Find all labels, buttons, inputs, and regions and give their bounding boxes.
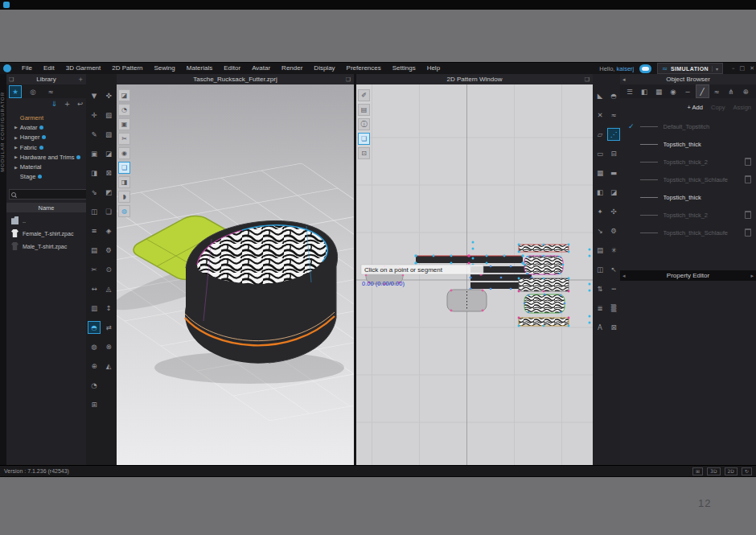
tool-pin-plus[interactable]: ✜ bbox=[103, 90, 114, 101]
menu-3d-garment[interactable]: 3D Garment bbox=[60, 63, 107, 74]
viewport-3d-expand-icon[interactable]: ❏ bbox=[346, 76, 351, 83]
restore-button[interactable]: □ bbox=[740, 65, 746, 72]
tool-gear[interactable]: ⚙ bbox=[103, 245, 114, 256]
tool-layout[interactable]: ◫ bbox=[594, 264, 606, 275]
show-baseline-icon[interactable]: ❏ bbox=[359, 134, 369, 144]
tree-item-hanger[interactable]: ▶ Hanger bbox=[6, 133, 86, 142]
library-plus-icon[interactable]: + bbox=[78, 76, 83, 83]
topstitch-item[interactable]: ✓ Topstich_thick bbox=[620, 188, 756, 206]
info-icon[interactable] bbox=[39, 146, 43, 150]
ob-tab-puckering[interactable]: ≈ bbox=[711, 85, 723, 97]
property-editor-header[interactable]: ◂ Property Editor ▸ bbox=[620, 270, 756, 281]
show-seamlines-icon[interactable]: ✂ bbox=[119, 134, 129, 144]
assign-button[interactable]: Assign bbox=[733, 104, 751, 111]
tree-item-hardware-and-trims[interactable]: ▶ Hardware and Trims bbox=[6, 152, 86, 162]
side-vertical-tab[interactable]: MODULAR CONFIGURATOR bbox=[0, 74, 6, 465]
property-editor-right-arrow-icon[interactable]: ▸ bbox=[750, 273, 754, 279]
tool-burst[interactable]: ✳ bbox=[608, 245, 619, 256]
file-item-female-tshirt[interactable]: Female_T-shirt.zpac bbox=[6, 227, 86, 240]
property-editor-left-arrow-icon[interactable]: ◂ bbox=[622, 273, 626, 279]
tool-corner-dark[interactable]: ◪ bbox=[608, 187, 619, 198]
pattern-piece-strip[interactable] bbox=[414, 254, 524, 265]
library-tab-store[interactable]: ◎ bbox=[27, 86, 39, 97]
show-environment-icon[interactable]: ◍ bbox=[119, 206, 129, 216]
file-item-male-tshirt[interactable]: Male_T-shirt.zpac bbox=[6, 240, 86, 253]
tool-dart[interactable]: ◧ bbox=[594, 187, 606, 198]
show-textured-surface-icon[interactable]: ◪ bbox=[119, 90, 129, 101]
topstitch-item[interactable]: ✓ Topstich_thick_Schlaufe bbox=[620, 224, 756, 241]
show-garment-icon[interactable]: ▣ bbox=[119, 119, 129, 130]
trash-icon[interactable] bbox=[745, 211, 751, 219]
tool-bar[interactable]: ▬ bbox=[608, 167, 619, 179]
add-button[interactable]: + Add bbox=[688, 104, 703, 111]
library-expand-icon[interactable]: ❏ bbox=[9, 76, 14, 83]
tool-crossbox-2d[interactable]: ⊠ bbox=[608, 322, 619, 333]
trash-icon[interactable] bbox=[745, 228, 751, 237]
trash-icon[interactable] bbox=[745, 175, 751, 183]
tool-trace[interactable]: ↘ bbox=[594, 225, 606, 237]
tool-pose[interactable]: ◔ bbox=[88, 380, 100, 391]
menu-2d-pattern[interactable]: 2D Pattern bbox=[106, 63, 148, 74]
menu-sewing[interactable]: Sewing bbox=[149, 63, 181, 74]
topstitch-item[interactable]: ✓ Topstich_thick_2 bbox=[620, 153, 756, 171]
tool-avatar-circle[interactable]: ◍ bbox=[88, 341, 100, 352]
pattern-2d-tab[interactable]: 2D Pattern Window ❏ bbox=[356, 74, 593, 85]
tool-polygon[interactable]: ▱ bbox=[594, 129, 606, 140]
tool-drag[interactable]: ⇘ bbox=[88, 187, 100, 198]
tool-rectangle[interactable]: ▭ bbox=[594, 148, 606, 159]
tool-pages[interactable]: ❏ bbox=[103, 206, 114, 217]
pattern-piece-gray[interactable] bbox=[447, 290, 487, 312]
cloud-sync-icon[interactable] bbox=[639, 64, 651, 73]
library-download-icon[interactable]: ⇓ bbox=[50, 99, 59, 108]
tool-fit[interactable]: ◓ bbox=[88, 322, 100, 333]
simulation-dropdown-caret-icon[interactable]: ▾ bbox=[712, 66, 718, 72]
tool-disable[interactable]: ⊗ bbox=[103, 341, 114, 352]
tool-corner[interactable]: ◪ bbox=[103, 148, 114, 159]
ob-tab-fabric[interactable]: ◧ bbox=[639, 85, 651, 97]
info-icon[interactable] bbox=[42, 135, 46, 139]
tool-texture[interactable]: ▥ bbox=[88, 302, 100, 314]
tool-align[interactable]: ⇅ bbox=[594, 283, 606, 294]
menu-settings[interactable]: Settings bbox=[387, 63, 421, 74]
pattern-piece-zebra[interactable] bbox=[518, 278, 570, 293]
pattern-piece-zebra[interactable] bbox=[518, 244, 570, 253]
taskbar-app-icon[interactable] bbox=[3, 2, 10, 8]
file-item-up[interactable]: .. bbox=[6, 214, 86, 227]
tool-add[interactable]: ⊕ bbox=[88, 360, 100, 372]
tool-crossbox[interactable]: ⊠ bbox=[103, 167, 114, 179]
show-pattern-icon[interactable]: ▤ bbox=[359, 105, 369, 115]
tool-gear-2d[interactable]: ⚙ bbox=[608, 225, 619, 237]
view-2d-button[interactable]: 2D bbox=[725, 467, 738, 475]
tool-transform-pattern[interactable]: ◣ bbox=[594, 90, 606, 101]
menu-display[interactable]: Display bbox=[308, 63, 340, 74]
tool-window[interactable]: ◫ bbox=[88, 206, 100, 217]
menu-file[interactable]: File bbox=[16, 63, 38, 74]
tool-edit-topstitch[interactable]: ⋰ bbox=[608, 129, 619, 140]
tool-grid[interactable]: ▤ bbox=[88, 245, 100, 256]
show-avatar-mesh-icon[interactable]: ◉ bbox=[119, 148, 129, 158]
menu-edit[interactable]: Edit bbox=[38, 63, 60, 74]
tool-grid-pattern[interactable]: ▦ bbox=[594, 167, 606, 179]
trash-icon[interactable] bbox=[745, 158, 751, 166]
app-logo-icon[interactable] bbox=[3, 64, 11, 72]
show-info-icon[interactable]: ⓘ bbox=[359, 119, 369, 130]
show-pattern-icon[interactable]: ❏ bbox=[119, 163, 129, 173]
tool-half[interactable]: ◓ bbox=[608, 90, 619, 101]
topstitch-item[interactable]: ✓ Topstich_thick bbox=[620, 135, 756, 153]
layout-toggle-button[interactable]: ⊞ bbox=[692, 467, 703, 475]
tool-scissors[interactable]: ✂ bbox=[88, 264, 100, 275]
tool-shade[interactable]: ▒ bbox=[608, 302, 619, 314]
tool-arrow-up-left[interactable]: ↖ bbox=[608, 264, 619, 275]
tool-prism-b[interactable]: ◭ bbox=[103, 360, 114, 372]
tool-gem[interactable]: ◈ bbox=[103, 225, 114, 237]
tool-text[interactable]: A bbox=[594, 322, 606, 333]
close-button[interactable]: ✕ bbox=[750, 65, 754, 72]
tool-flower[interactable]: ✣ bbox=[608, 206, 619, 217]
ob-tab-button[interactable]: ◉ bbox=[668, 85, 680, 97]
tool-fold[interactable]: ◨ bbox=[88, 167, 100, 179]
lock-pattern-icon[interactable]: ⊡ bbox=[359, 148, 369, 158]
tool-guides[interactable]: ≣ bbox=[594, 302, 606, 314]
tool-prism[interactable]: ◬ bbox=[103, 283, 114, 294]
tool-reset-arrangement[interactable]: ▼ bbox=[88, 90, 100, 101]
pattern-piece-zebra[interactable] bbox=[518, 317, 570, 327]
